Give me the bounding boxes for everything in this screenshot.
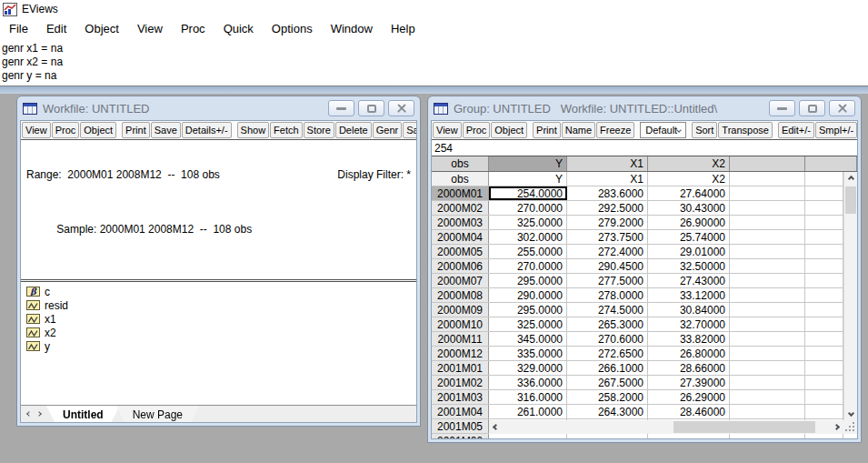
y-cell[interactable]: 295.0000 [489,274,567,287]
toolbar-button[interactable]: Proc [52,122,80,138]
vertical-scrollbar[interactable] [843,172,857,420]
x1-cell[interactable]: 279.2000 [567,216,648,229]
header-obs[interactable]: obs [432,156,489,171]
x2-cell[interactable]: 26.29000 [648,390,730,404]
obs-label-cell[interactable]: 2000M03 [432,216,489,229]
x2-cell[interactable]: 27.64000 [648,186,730,200]
empty-cell[interactable] [805,201,843,215]
empty-cell[interactable] [730,274,805,287]
empty-cell[interactable] [730,186,805,200]
empty-cell[interactable] [805,245,843,258]
x1-cell[interactable]: 278.0000 [567,288,648,302]
header-x1[interactable]: X1 [567,156,648,171]
x1-cell[interactable]: 277.5000 [567,274,648,287]
obs-label-cell[interactable]: 2000M12 [432,347,489,360]
toolbar-button[interactable]: Edit+/- [778,122,814,138]
x2-cell[interactable]: 26.90000 [648,216,730,229]
empty-cell[interactable] [730,172,805,186]
empty-cell[interactable] [805,303,843,317]
y-cell[interactable]: 254.0000 [489,186,567,200]
menu-item[interactable]: File [0,20,37,37]
obs-label-cell[interactable]: 2000M04 [432,230,489,244]
header-y[interactable]: Y [489,156,567,171]
x1-cell[interactable]: 265.3000 [567,317,648,331]
obs-label-cell[interactable]: 2000M07 [432,274,489,287]
menu-item[interactable]: Options [263,20,322,37]
close-button[interactable] [388,100,414,116]
horizontal-scrollbar[interactable] [489,420,843,434]
resize-grip[interactable] [843,420,857,434]
empty-cell[interactable] [730,245,805,258]
toolbar-button[interactable]: Proc [463,122,491,138]
horizontal-scroll-thumb[interactable] [673,421,815,433]
x1-cell[interactable]: 272.6500 [567,347,648,360]
menu-item[interactable]: Window [322,20,382,37]
tab-scroll-right-icon[interactable] [36,411,42,417]
toolbar-button[interactable]: Show [237,122,270,138]
toolbar-button[interactable]: Object [491,122,527,138]
workfile-object-item[interactable]: x1 [26,312,411,326]
x1-cell[interactable]: 283.6000 [567,186,648,200]
y-name-cell[interactable]: Y [489,172,567,186]
obs-label-cell[interactable]: 2001M01 [432,361,489,375]
x2-cell[interactable]: 30.84000 [648,303,730,317]
empty-cell[interactable] [730,259,805,273]
obs-label-cell[interactable]: 2001M05 [432,419,489,433]
command-window[interactable]: genr x1 = na genr x2 = na genr y = na [0,38,868,86]
empty-cell[interactable] [805,434,843,438]
obs-label-cell[interactable]: 2001M03 [432,390,489,404]
y-cell[interactable]: 270.0000 [489,259,567,273]
obs-label-cell[interactable]: 2000M11 [432,332,489,346]
empty-cell[interactable] [805,216,843,229]
toolbar-button[interactable]: Transpose [718,122,773,138]
toolbar-button[interactable]: Sort [692,122,717,138]
restore-button[interactable] [358,100,384,116]
menu-item[interactable]: Quick [215,20,263,37]
x1-cell[interactable]: 267.5000 [567,376,648,389]
group-titlebar[interactable]: Group: UNTITLED Workfile: UNTITLED::Unti… [431,96,858,120]
empty-cell[interactable] [730,332,805,346]
menu-item[interactable]: Help [382,20,424,37]
obs-label-cell[interactable]: 2000M10 [432,317,489,331]
empty-cell[interactable] [805,347,843,360]
menu-item[interactable]: Proc [172,20,215,37]
y-cell[interactable]: 316.0000 [489,390,567,404]
empty-cell[interactable] [730,288,805,302]
x1-cell[interactable]: 290.4500 [567,259,648,273]
close-button[interactable] [829,100,855,116]
scroll-right-button[interactable] [830,420,843,434]
empty-cell[interactable] [730,390,805,404]
workfile-page-tab[interactable]: Untitled [46,406,120,422]
obs-label-cell[interactable]: 2001M06 [432,434,489,438]
toolbar-button[interactable]: Print [533,122,561,138]
menu-item[interactable]: Edit [37,20,75,37]
app-titlebar[interactable]: EViews [0,0,868,18]
toolbar-button[interactable]: Sample [403,122,417,138]
y-cell[interactable]: 270.0000 [489,201,567,215]
x1-name-cell[interactable]: X1 [567,172,648,186]
obs-label-cell[interactable]: 2000M02 [432,201,489,215]
x2-cell[interactable]: 28.66000 [648,361,730,375]
toolbar-button[interactable]: Name [562,122,595,138]
x2-cell[interactable]: 25.74000 [648,230,730,244]
empty-cell[interactable] [730,405,805,418]
x2-name-cell[interactable]: X2 [648,172,730,186]
scroll-down-button[interactable] [844,407,857,420]
empty-cell[interactable] [805,405,843,418]
scroll-up-button[interactable] [844,172,857,186]
minimize-button[interactable] [328,100,354,116]
x1-cell[interactable] [567,434,648,438]
empty-cell[interactable] [805,230,843,244]
vertical-scroll-thumb[interactable] [845,186,856,214]
y-cell[interactable]: 295.0000 [489,303,567,317]
y-cell[interactable]: 325.0000 [489,317,567,331]
workfile-object-item[interactable]: resid [26,298,411,312]
empty-cell[interactable] [730,347,805,360]
x1-cell[interactable]: 264.3000 [567,405,648,418]
y-cell[interactable]: 325.0000 [489,216,567,229]
obs-label-cell[interactable]: 2001M04 [432,405,489,418]
x1-cell[interactable]: 270.6000 [567,332,648,346]
y-cell[interactable]: 290.0000 [489,288,567,302]
empty-cell[interactable] [730,216,805,229]
empty-cell[interactable] [730,434,805,438]
